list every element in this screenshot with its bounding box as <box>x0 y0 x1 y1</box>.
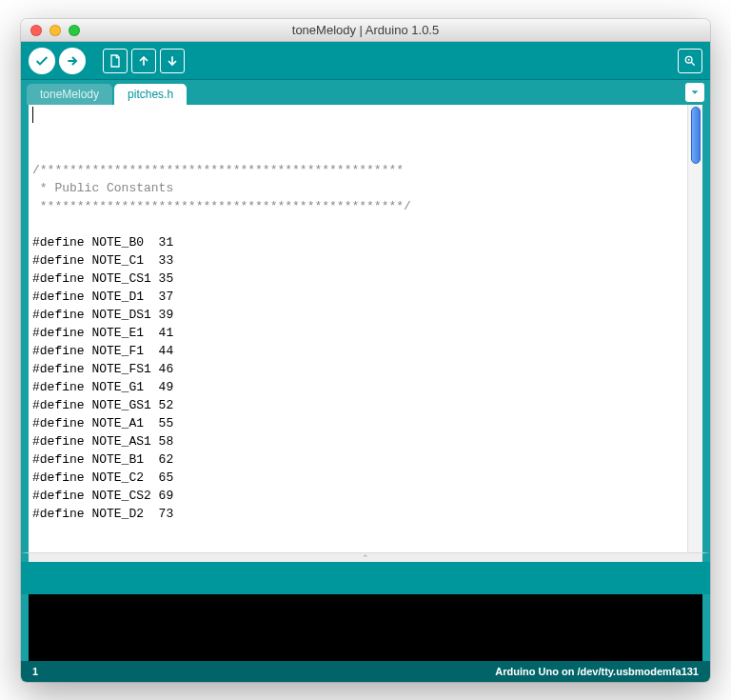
code-line: #define NOTE_CS2 69 <box>32 487 685 505</box>
tab-strip: toneMelody pitches.h <box>21 80 710 105</box>
magnifier-icon <box>682 53 698 69</box>
verify-button[interactable] <box>29 48 55 74</box>
code-line: #define NOTE_A1 55 <box>32 414 685 432</box>
save-button[interactable] <box>160 49 185 73</box>
open-button[interactable] <box>131 49 156 73</box>
tab-menu-button[interactable] <box>685 83 704 102</box>
status-bar: 1 Arduino Uno on /dev/tty.usbmodemfa131 <box>21 661 710 682</box>
check-icon <box>34 53 49 69</box>
code-line: #define NOTE_AS1 58 <box>32 432 685 450</box>
code-line: #define NOTE_B1 62 <box>32 450 685 469</box>
code-line: #define NOTE_F1 44 <box>32 342 685 360</box>
traffic-lights <box>21 25 80 36</box>
file-icon <box>108 53 123 69</box>
code-line: #define NOTE_B0 31 <box>32 233 685 251</box>
new-button[interactable] <box>103 49 128 73</box>
arrow-right-icon <box>65 53 80 69</box>
code-line: /***************************************… <box>32 161 685 179</box>
code-line: #define NOTE_CS1 35 <box>32 270 685 288</box>
chevron-down-icon <box>690 88 700 97</box>
code-editor[interactable]: /***************************************… <box>29 105 687 552</box>
code-line: #define NOTE_G1 49 <box>32 378 685 396</box>
splitter-grip-icon: ⌃ <box>362 553 369 563</box>
code-line: #define NOTE_GS1 52 <box>32 396 685 414</box>
code-line: #define NOTE_C2 65 <box>32 469 685 487</box>
editor-area: /***************************************… <box>21 105 710 552</box>
tab-tonemelody[interactable]: toneMelody <box>27 84 112 105</box>
svg-point-1 <box>688 58 690 60</box>
arrow-up-icon <box>136 53 151 69</box>
status-line-number: 1 <box>32 666 38 677</box>
zoom-icon[interactable] <box>69 25 80 36</box>
window-title: toneMelody | Arduino 1.0.5 <box>21 23 710 37</box>
code-line: #define NOTE_E1 41 <box>32 324 685 342</box>
scroll-thumb[interactable] <box>691 107 701 164</box>
message-bar <box>21 562 710 594</box>
upload-button[interactable] <box>59 48 86 74</box>
arduino-window: toneMelody | Arduino 1.0.5 toneMelody pi… <box>21 19 710 682</box>
text-caret <box>32 107 33 123</box>
titlebar: toneMelody | Arduino 1.0.5 <box>21 19 710 42</box>
code-line <box>32 215 685 233</box>
vertical-scrollbar[interactable] <box>687 105 702 552</box>
code-line: * Public Constants <box>32 179 685 197</box>
code-line: #define NOTE_FS1 46 <box>32 360 685 378</box>
close-icon[interactable] <box>30 25 42 36</box>
splitter-handle[interactable]: ⌃ <box>21 552 710 562</box>
code-line: #define NOTE_DS1 39 <box>32 306 685 324</box>
console-output[interactable] <box>21 594 710 661</box>
code-line: #define NOTE_D2 73 <box>32 505 685 523</box>
toolbar <box>21 42 710 80</box>
code-line: ****************************************… <box>32 197 685 215</box>
arrow-down-icon <box>165 53 180 69</box>
minimize-icon[interactable] <box>49 25 61 36</box>
status-board-port: Arduino Uno on /dev/tty.usbmodemfa131 <box>495 666 699 677</box>
tab-pitches[interactable]: pitches.h <box>114 84 187 105</box>
code-line: #define NOTE_D1 37 <box>32 288 685 306</box>
serial-monitor-button[interactable] <box>678 49 702 73</box>
code-line: #define NOTE_C1 33 <box>32 251 685 270</box>
